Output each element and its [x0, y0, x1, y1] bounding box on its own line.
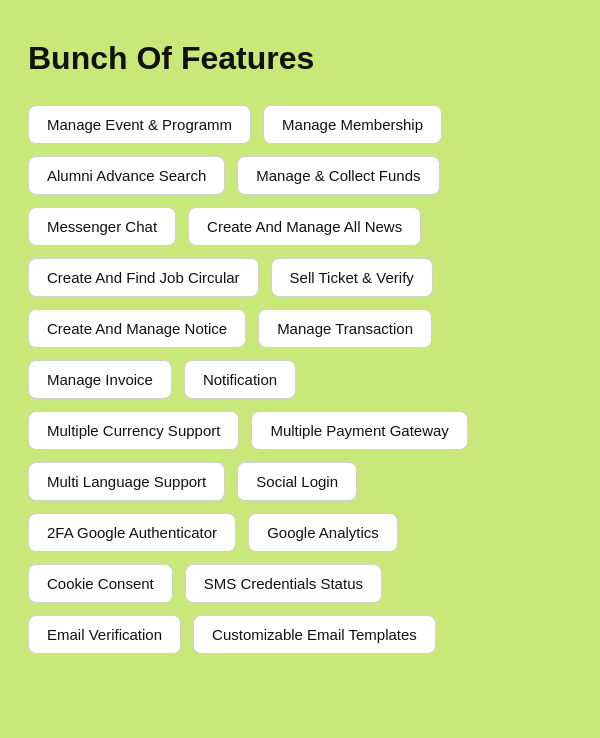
- feature-row-8: 2FA Google AuthenticatorGoogle Analytics: [28, 513, 572, 552]
- feature-row-9: Cookie ConsentSMS Credentials Status: [28, 564, 572, 603]
- feature-badge-9-0[interactable]: Cookie Consent: [28, 564, 173, 603]
- feature-badge-3-0[interactable]: Create And Find Job Circular: [28, 258, 259, 297]
- feature-row-0: Manage Event & ProgrammManage Membership: [28, 105, 572, 144]
- feature-badge-9-1[interactable]: SMS Credentials Status: [185, 564, 382, 603]
- feature-row-10: Email VerificationCustomizable Email Tem…: [28, 615, 572, 654]
- feature-row-1: Alumni Advance SearchManage & Collect Fu…: [28, 156, 572, 195]
- feature-row-6: Multiple Currency SupportMultiple Paymen…: [28, 411, 572, 450]
- features-grid: Manage Event & ProgrammManage Membership…: [28, 105, 572, 654]
- feature-badge-4-0[interactable]: Create And Manage Notice: [28, 309, 246, 348]
- feature-row-3: Create And Find Job CircularSell Ticket …: [28, 258, 572, 297]
- feature-badge-8-1[interactable]: Google Analytics: [248, 513, 398, 552]
- feature-badge-10-0[interactable]: Email Verification: [28, 615, 181, 654]
- feature-badge-0-0[interactable]: Manage Event & Programm: [28, 105, 251, 144]
- feature-badge-6-1[interactable]: Multiple Payment Gateway: [251, 411, 467, 450]
- feature-badge-1-1[interactable]: Manage & Collect Funds: [237, 156, 439, 195]
- feature-badge-5-1[interactable]: Notification: [184, 360, 296, 399]
- feature-badge-0-1[interactable]: Manage Membership: [263, 105, 442, 144]
- feature-badge-10-1[interactable]: Customizable Email Templates: [193, 615, 436, 654]
- feature-row-2: Messenger ChatCreate And Manage All News: [28, 207, 572, 246]
- page-title: Bunch Of Features: [28, 40, 572, 77]
- feature-badge-4-1[interactable]: Manage Transaction: [258, 309, 432, 348]
- feature-badge-2-1[interactable]: Create And Manage All News: [188, 207, 421, 246]
- feature-badge-2-0[interactable]: Messenger Chat: [28, 207, 176, 246]
- feature-row-5: Manage InvoiceNotification: [28, 360, 572, 399]
- feature-badge-1-0[interactable]: Alumni Advance Search: [28, 156, 225, 195]
- feature-badge-3-1[interactable]: Sell Ticket & Verify: [271, 258, 433, 297]
- feature-badge-7-1[interactable]: Social Login: [237, 462, 357, 501]
- feature-row-4: Create And Manage NoticeManage Transacti…: [28, 309, 572, 348]
- feature-badge-6-0[interactable]: Multiple Currency Support: [28, 411, 239, 450]
- feature-badge-7-0[interactable]: Multi Language Support: [28, 462, 225, 501]
- feature-badge-8-0[interactable]: 2FA Google Authenticator: [28, 513, 236, 552]
- feature-row-7: Multi Language SupportSocial Login: [28, 462, 572, 501]
- feature-badge-5-0[interactable]: Manage Invoice: [28, 360, 172, 399]
